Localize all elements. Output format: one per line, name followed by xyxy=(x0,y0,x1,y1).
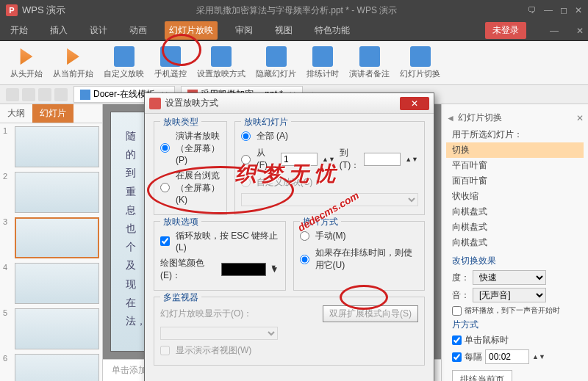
ribbon: 从头开始 从当前开始 自定义放映 手机遥控 设置放映方式 隐藏幻灯片 排练计时 … xyxy=(0,41,588,85)
slide-panel: 大纲 幻灯片 1 2 3 4 5 6 xyxy=(0,104,103,381)
from-current-button[interactable]: 从当前开始 xyxy=(49,45,98,81)
docer-icon xyxy=(80,90,90,100)
group-legend: 放映选项 xyxy=(160,216,201,228)
home-icon[interactable] xyxy=(6,88,19,101)
play-current-icon xyxy=(63,46,84,67)
menu-start[interactable]: 开始 xyxy=(6,21,32,40)
menu-special[interactable]: 特色功能 xyxy=(310,21,354,40)
speed-select[interactable]: 快速 xyxy=(473,270,546,285)
transition-icon xyxy=(410,46,431,67)
undo-icon[interactable] xyxy=(38,88,51,101)
menu-insert[interactable]: 插入 xyxy=(46,21,72,40)
show-options-group: 放映选项 循环放映，按 ESC 键终止(L) 绘图笔颜色(E)： ▼ xyxy=(154,221,286,291)
applyto-label: 用于所选幻灯片： xyxy=(446,127,584,142)
dialog-titlebar[interactable]: 设置放映方式 ✕ xyxy=(145,93,434,114)
document-title: 采用凯撒加密算法与字母频率分析.ppt * - WPS 演示 xyxy=(65,4,528,17)
login-button[interactable]: 未登录 xyxy=(485,22,526,39)
thumb-2[interactable]: 2 xyxy=(3,172,99,213)
custom-show-button[interactable]: 自定义放映 xyxy=(99,45,148,81)
thumbnails: 1 2 3 4 5 6 xyxy=(0,123,102,381)
speed-label: 度： xyxy=(452,272,470,284)
rehearse-button[interactable]: 排练计时 xyxy=(302,45,343,81)
effect-item[interactable]: 向棋盘式 xyxy=(446,204,584,219)
timings-radio[interactable] xyxy=(300,255,309,264)
loop-esc-checkbox[interactable] xyxy=(160,236,170,246)
onclick-label: 单击鼠标时 xyxy=(465,334,509,346)
app-name: WPS 演示 xyxy=(22,4,65,17)
range-radio[interactable] xyxy=(241,155,251,164)
menu-slideshow[interactable]: 幻灯片放映 xyxy=(165,21,218,40)
every-label: 每隔 xyxy=(465,351,482,363)
menu-view[interactable]: 视图 xyxy=(270,21,297,40)
menu-review[interactable]: 审阅 xyxy=(231,21,257,40)
effect-item[interactable]: 向棋盘式 xyxy=(446,235,584,250)
presenter-radio[interactable] xyxy=(160,143,170,153)
speaker-notes-button[interactable]: 演讲者备注 xyxy=(345,45,394,81)
title-bar: P WPS 演示 采用凯撒加密算法与字母频率分析.ppt * - WPS 演示 … xyxy=(0,0,588,21)
monitor-select xyxy=(160,327,278,340)
advance-label: 片方式 xyxy=(446,317,584,333)
effect-item[interactable]: 面百叶窗 xyxy=(446,173,584,189)
sound-label: 音： xyxy=(452,289,470,302)
dialog-close-button[interactable]: ✕ xyxy=(400,97,429,110)
play-icon xyxy=(16,46,37,67)
loop-checkbox[interactable] xyxy=(452,306,462,316)
minimize-icon[interactable]: — xyxy=(544,5,553,15)
thumb-3[interactable]: 3 xyxy=(3,217,99,258)
menu-min-icon[interactable]: — xyxy=(550,26,559,36)
menu-close-icon[interactable]: ✕ xyxy=(576,26,584,36)
group-legend: 放映类型 xyxy=(160,116,201,128)
remote-icon xyxy=(160,46,181,67)
pane-close-icon[interactable]: ✕ xyxy=(576,113,584,123)
phone-remote-button[interactable]: 手机遥控 xyxy=(150,45,191,81)
slides-tab[interactable]: 幻灯片 xyxy=(32,104,74,123)
notes-icon xyxy=(359,46,380,67)
dual-screen-button[interactable]: 双屏扩展模式向导(S) xyxy=(323,305,418,322)
save-icon[interactable] xyxy=(22,88,35,101)
custom-select xyxy=(241,193,418,206)
maximize-icon[interactable]: ◻ xyxy=(560,5,567,15)
setup-show-dialog: 设置放映方式 ✕ 放映类型 演讲者放映（全屏幕）(P) 在展台浏览（全屏幕）(K… xyxy=(144,92,434,381)
thumb-1[interactable]: 1 xyxy=(3,126,99,167)
dialog-title: 设置放映方式 xyxy=(165,97,400,109)
effect-item[interactable]: 平百叶窗 xyxy=(446,158,584,173)
show-slides-group: 放映幻灯片 全部 (A) 从(F)：▲▼ 到(T)：▲▼ 自定义放映(C)： xyxy=(234,121,425,215)
setup-show-button[interactable]: 设置放映方式 xyxy=(193,45,250,81)
menu-anim[interactable]: 动画 xyxy=(125,21,151,40)
effect-item[interactable]: 向棋盘式 xyxy=(446,219,584,235)
transition-button[interactable]: 幻灯片切换 xyxy=(395,45,445,81)
sound-select[interactable]: [无声音] xyxy=(473,288,546,302)
every-checkbox[interactable] xyxy=(452,352,462,362)
custom-radio xyxy=(241,178,251,187)
settings-icon xyxy=(211,46,232,67)
thumb-5[interactable]: 5 xyxy=(3,308,99,349)
menu-bar: 开始 插入 设计 动画 幻灯片放映 审阅 视图 特色功能 未登录 — ✕ xyxy=(0,21,588,41)
thumb-6[interactable]: 6 xyxy=(3,354,99,381)
close-icon[interactable]: ✕ xyxy=(575,5,582,15)
onclick-checkbox[interactable] xyxy=(452,335,462,345)
app-logo-icon: P xyxy=(6,4,18,16)
group-legend: 换片方式 xyxy=(300,216,341,228)
from-input[interactable] xyxy=(281,153,318,166)
every-input[interactable] xyxy=(485,349,529,364)
hide-slide-button[interactable]: 隐藏幻灯片 xyxy=(251,45,301,81)
from-start-button[interactable]: 从头开始 xyxy=(6,45,47,81)
outline-tab[interactable]: 大纲 xyxy=(0,104,32,123)
all-radio[interactable] xyxy=(241,131,251,141)
to-input[interactable] xyxy=(364,153,401,166)
feedback-icon[interactable]: 🗨 xyxy=(528,5,537,15)
redo-icon[interactable] xyxy=(54,88,68,101)
kiosk-radio[interactable] xyxy=(160,183,170,192)
hide-icon xyxy=(266,46,287,67)
thumb-4[interactable]: 4 xyxy=(3,263,99,304)
menu-design[interactable]: 设计 xyxy=(85,21,112,40)
loop-label: 循环播放，到下一声音开始时 xyxy=(465,305,560,316)
pen-color-picker[interactable] xyxy=(221,263,266,276)
manual-radio[interactable] xyxy=(300,231,309,241)
effect-item[interactable]: 切换 xyxy=(446,142,584,158)
effect-item[interactable]: 状收缩 xyxy=(446,189,584,204)
transition-pane: ◄幻灯片切换✕ 用于所选幻灯片： 切换 平百叶窗 面百叶窗 状收缩 向棋盘式 向… xyxy=(441,104,588,381)
presenter-view-checkbox xyxy=(160,346,170,355)
timer-icon xyxy=(312,46,333,67)
rehearse-current-button[interactable]: 排练当前页 xyxy=(452,370,512,381)
